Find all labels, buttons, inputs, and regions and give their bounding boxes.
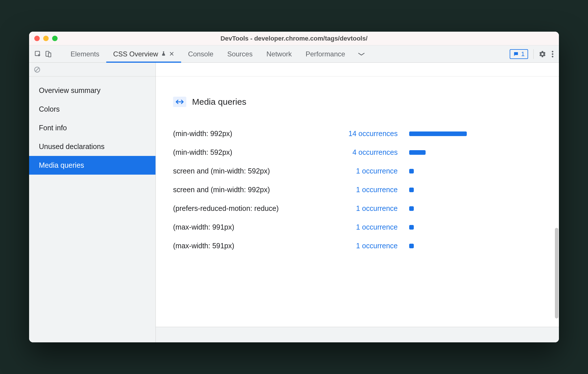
- titlebar: DevTools - developer.chrome.com/tags/dev…: [29, 32, 559, 45]
- kebab-menu-icon[interactable]: [551, 50, 554, 58]
- media-query-bar: [409, 225, 414, 230]
- sidebar-list: Overview summary Colors Font info Unused…: [29, 77, 155, 175]
- window-title: DevTools - developer.chrome.com/tags/dev…: [29, 35, 559, 42]
- tab-css-overview[interactable]: CSS Overview ✕: [106, 45, 181, 62]
- sidebar: Overview summary Colors Font info Unused…: [29, 63, 156, 342]
- device-toolbar-icon[interactable]: [45, 50, 52, 58]
- main-panel: Media queries (min-width: 992px)14 occur…: [156, 63, 559, 342]
- media-query-count-link[interactable]: 1 occurrence: [329, 186, 398, 194]
- issues-count: 1: [521, 50, 525, 58]
- svg-rect-2: [48, 53, 51, 57]
- content-area: Overview summary Colors Font info Unused…: [29, 63, 559, 342]
- toolbar-divider: [533, 49, 534, 59]
- sidebar-item-label: Font info: [39, 124, 67, 132]
- scrollbar-thumb[interactable]: [555, 228, 558, 319]
- issues-icon: [513, 51, 519, 57]
- tab-label: Performance: [306, 50, 345, 58]
- sidebar-item-unused-declarations[interactable]: Unused declarations: [29, 137, 155, 156]
- toolbar-right: 1: [507, 49, 554, 59]
- sidebar-item-overview-summary[interactable]: Overview summary: [29, 81, 155, 100]
- media-query-text: screen and (min-width: 592px): [173, 167, 317, 175]
- media-query-bar-wrap: [409, 244, 542, 248]
- sidebar-item-font-info[interactable]: Font info: [29, 119, 155, 137]
- media-query-count-link[interactable]: 14 occurrences: [329, 129, 398, 138]
- close-window-button[interactable]: [34, 36, 40, 41]
- media-query-bar: [409, 206, 414, 211]
- scrollbar-vertical[interactable]: [555, 109, 558, 325]
- media-query-row: (min-width: 992px)14 occurrences: [173, 124, 542, 143]
- svg-point-3: [552, 51, 553, 52]
- devtools-window: DevTools - developer.chrome.com/tags/dev…: [29, 32, 559, 342]
- media-queries-list: (min-width: 992px)14 occurrences(min-wid…: [173, 124, 542, 255]
- sidebar-item-label: Overview summary: [39, 86, 100, 94]
- main-header: [156, 63, 559, 77]
- media-query-row: screen and (min-width: 992px)1 occurrenc…: [173, 180, 542, 199]
- more-tabs-icon[interactable]: [352, 45, 371, 62]
- sidebar-item-label: Unused declarations: [39, 142, 105, 150]
- tab-performance[interactable]: Performance: [299, 45, 352, 62]
- media-query-row: (max-width: 991px)1 occurrence: [173, 218, 542, 236]
- tab-label: Sources: [227, 50, 253, 58]
- media-query-bar: [409, 244, 414, 248]
- issues-badge[interactable]: 1: [510, 49, 528, 59]
- tab-console[interactable]: Console: [181, 45, 220, 62]
- tab-label: Network: [266, 50, 292, 58]
- svg-point-4: [552, 53, 553, 55]
- tab-label: Console: [188, 50, 213, 58]
- media-query-bar-wrap: [409, 131, 542, 136]
- minimize-window-button[interactable]: [43, 36, 49, 41]
- svg-line-7: [35, 68, 39, 71]
- media-query-text: (min-width: 992px): [173, 129, 317, 138]
- sidebar-item-label: Colors: [39, 105, 60, 113]
- media-query-count-link[interactable]: 1 occurrence: [329, 204, 398, 213]
- media-query-row: screen and (min-width: 592px)1 occurrenc…: [173, 162, 542, 180]
- media-query-text: (min-width: 592px): [173, 148, 317, 157]
- media-query-row: (min-width: 592px)4 occurrences: [173, 143, 542, 162]
- media-query-bar: [409, 131, 467, 136]
- sidebar-item-media-queries[interactable]: Media queries: [29, 156, 155, 175]
- close-tab-icon[interactable]: ✕: [169, 50, 174, 58]
- media-query-count-link[interactable]: 4 occurrences: [329, 148, 398, 157]
- media-query-text: (prefers-reduced-motion: reduce): [173, 204, 317, 213]
- tab-elements[interactable]: Elements: [64, 45, 106, 62]
- media-query-bar-wrap: [409, 169, 542, 173]
- main-toolbar: Elements CSS Overview ✕ Console Sources …: [29, 45, 559, 63]
- media-query-bar-wrap: [409, 206, 542, 211]
- svg-point-5: [552, 56, 553, 57]
- media-query-text: (max-width: 591px): [173, 242, 317, 250]
- media-queries-icon: [173, 97, 186, 107]
- settings-icon[interactable]: [539, 50, 546, 58]
- traffic-lights: [34, 36, 58, 41]
- media-query-bar-wrap: [409, 188, 542, 192]
- tab-sources[interactable]: Sources: [220, 45, 259, 62]
- panel-title-row: Media queries: [173, 97, 542, 107]
- inspect-element-icon[interactable]: [34, 50, 42, 58]
- bottom-drawer[interactable]: [156, 327, 559, 342]
- sidebar-header: [29, 63, 155, 77]
- experimental-icon: [161, 50, 166, 58]
- media-query-text: screen and (min-width: 992px): [173, 186, 317, 194]
- media-query-bar-wrap: [409, 225, 542, 230]
- panel-title: Media queries: [192, 97, 246, 107]
- tab-label: CSS Overview: [113, 50, 158, 58]
- sidebar-item-label: Media queries: [39, 161, 84, 169]
- tab-network[interactable]: Network: [259, 45, 299, 62]
- clear-icon[interactable]: [34, 66, 41, 73]
- media-query-bar: [409, 169, 414, 173]
- sidebar-item-colors[interactable]: Colors: [29, 100, 155, 119]
- media-query-count-link[interactable]: 1 occurrence: [329, 223, 398, 231]
- media-query-row: (max-width: 591px)1 occurrence: [173, 236, 542, 255]
- media-query-count-link[interactable]: 1 occurrence: [329, 167, 398, 175]
- media-query-row: (prefers-reduced-motion: reduce)1 occurr…: [173, 199, 542, 218]
- maximize-window-button[interactable]: [52, 36, 58, 41]
- media-query-bar-wrap: [409, 150, 542, 155]
- media-query-count-link[interactable]: 1 occurrence: [329, 242, 398, 250]
- panel-tabs: Elements CSS Overview ✕ Console Sources …: [64, 45, 504, 62]
- media-queries-panel: Media queries (min-width: 992px)14 occur…: [156, 77, 559, 327]
- media-query-bar: [409, 150, 426, 155]
- tab-label: Elements: [71, 50, 99, 58]
- media-query-text: (max-width: 991px): [173, 223, 317, 231]
- media-query-bar: [409, 188, 414, 192]
